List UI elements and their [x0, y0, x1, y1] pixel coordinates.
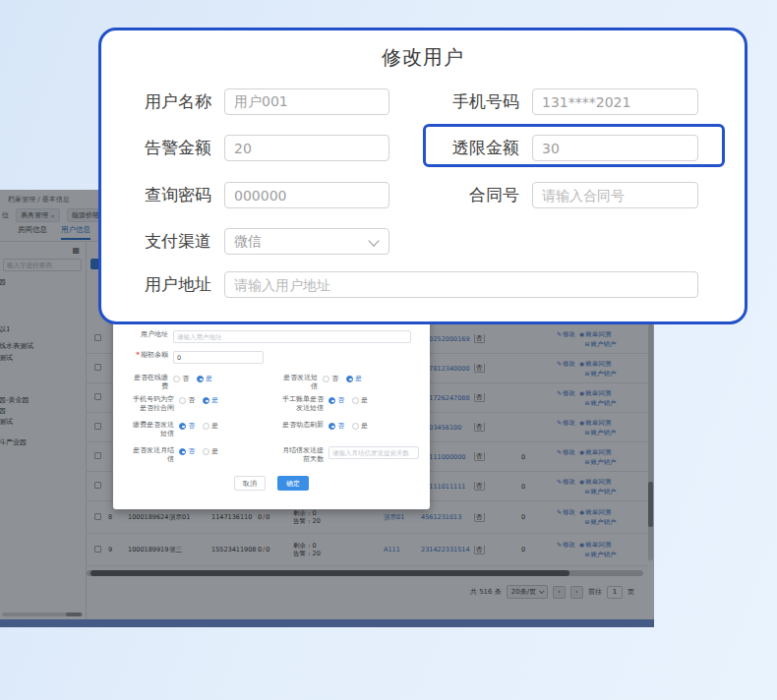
- query-password-label: 查询密码: [129, 182, 211, 208]
- address-input[interactable]: [173, 330, 411, 343]
- radio-no[interactable]: 否: [173, 374, 189, 383]
- radio-no[interactable]: 否: [179, 421, 195, 431]
- phone-label: 手机号码: [437, 88, 519, 115]
- cancel-button[interactable]: 取消: [234, 476, 266, 491]
- dynamic-refresh-label: 是否动态刷新: [278, 421, 324, 430]
- balance-input[interactable]: [173, 351, 264, 364]
- confirm-button[interactable]: 确定: [277, 476, 309, 491]
- alert-amount-label: 告警金额: [129, 135, 211, 161]
- send-sms-label: 是否发送短信: [278, 374, 318, 391]
- radio-no[interactable]: 否: [323, 374, 338, 383]
- dialog-title: 修改用户: [101, 44, 745, 71]
- monthly-letter-label: 是否发送月结信: [129, 446, 174, 464]
- address-input[interactable]: [224, 271, 698, 298]
- contract-label: 合同号: [437, 182, 519, 208]
- radio-yes[interactable]: 是: [197, 374, 212, 383]
- username-input[interactable]: [224, 88, 389, 115]
- online-pay-label: 是否在线缴费: [129, 374, 168, 391]
- radio-yes[interactable]: 是: [203, 446, 218, 456]
- balance-label: *期初余额: [129, 351, 168, 360]
- query-password-input[interactable]: [224, 182, 389, 208]
- radio-yes[interactable]: 是: [203, 421, 218, 431]
- radio-yes[interactable]: 是: [352, 395, 368, 405]
- address-label: 用户地址: [129, 271, 211, 298]
- address-label: 用户地址: [129, 330, 168, 339]
- radio-yes[interactable]: 是: [346, 374, 362, 383]
- monthly-days-input[interactable]: [329, 446, 419, 459]
- alert-amount-input[interactable]: [224, 135, 389, 161]
- manual-bill-sms-label: 手工账单是否发送短信: [278, 395, 324, 413]
- pay-sms-label: 缴费是否发送短信: [129, 421, 174, 438]
- overlimit-input[interactable]: [532, 135, 698, 161]
- pay-channel-select[interactable]: 微信: [224, 228, 389, 255]
- phone-input[interactable]: [532, 88, 698, 115]
- monthly-days-label: 月结信发送提前天数: [278, 446, 324, 464]
- pay-channel-label: 支付渠道: [129, 228, 211, 255]
- contract-input[interactable]: [532, 182, 698, 208]
- phone-empty-valve-label: 手机号码为空是否拉合闸: [129, 395, 174, 413]
- page: 档案管理 / 基本信息 位 表具管理 × 能源价格方案 × 房间信息 用户信息 …: [0, 0, 777, 700]
- overlimit-label: 透限金额: [437, 135, 519, 161]
- radio-yes[interactable]: 是: [203, 395, 218, 405]
- chevron-down-icon: [368, 235, 379, 246]
- radio-no[interactable]: 否: [329, 395, 344, 405]
- edit-user-callout-card: 修改用户 用户名称 手机号码 告警金额 透限金额 查询密码 合同号 支付渠道: [98, 28, 747, 324]
- radio-no[interactable]: 否: [329, 421, 344, 431]
- username-label: 用户名称: [129, 88, 211, 115]
- radio-no[interactable]: 否: [179, 395, 195, 405]
- radio-yes[interactable]: 是: [352, 421, 368, 431]
- radio-no[interactable]: 否: [179, 446, 195, 456]
